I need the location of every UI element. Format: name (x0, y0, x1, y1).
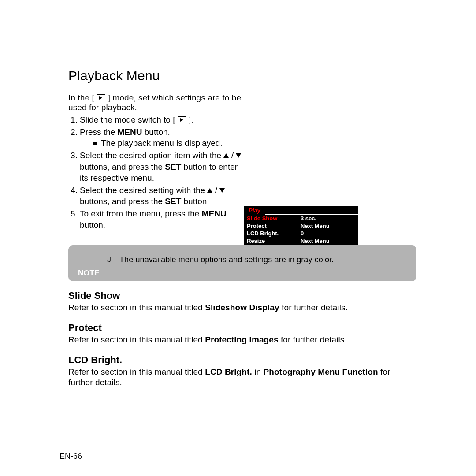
section-heading: Slide Show (68, 290, 416, 301)
lcd-row: ProtectNext Menu (247, 222, 355, 230)
step-5: To exit from the menu, press the MENU bu… (80, 208, 245, 231)
lcd-row: Slide Show3 sec. (247, 215, 355, 222)
section-text: Refer to section in this manual titled L… (68, 367, 416, 388)
play-icon (97, 94, 105, 101)
square-bullet-icon (93, 142, 97, 145)
lcd-row: LCD Bright.0 (247, 230, 355, 237)
up-triangle-icon (207, 188, 212, 193)
intro-text: In the [ ] mode, set which settings are … (68, 93, 245, 112)
step-3: Select the desired option item with the … (80, 150, 245, 184)
note-callout: JThe unavailable menu options and settin… (68, 245, 416, 281)
step-2: Press the MENU button. The playback menu… (80, 126, 245, 149)
lcd-tab: Play (244, 206, 265, 215)
step-4: Select the desired setting with the / bu… (80, 185, 245, 207)
play-icon (178, 116, 186, 123)
section-heading: LCD Bright. (68, 354, 416, 366)
up-triangle-icon (223, 153, 229, 158)
page-number: EN-66 (60, 452, 82, 461)
down-triangle-icon (219, 188, 225, 193)
note-bullet: J (107, 255, 119, 264)
lcd-row: ResizeNext Menu (247, 237, 355, 245)
note-label: NOTE (78, 269, 409, 278)
section-text: Refer to section in this manual titled P… (68, 335, 416, 346)
step-1: Slide the mode switch to [ ]. (80, 114, 245, 126)
page-title: Playback Menu (68, 68, 416, 83)
section-text: Refer to section in this manual titled S… (68, 302, 416, 313)
steps-list: Slide the mode switch to [ ]. Press the … (68, 114, 245, 231)
section-heading: Protect (68, 322, 416, 334)
down-triangle-icon (236, 153, 241, 158)
step-2-sub: The playback menu is displayed. (93, 138, 245, 149)
